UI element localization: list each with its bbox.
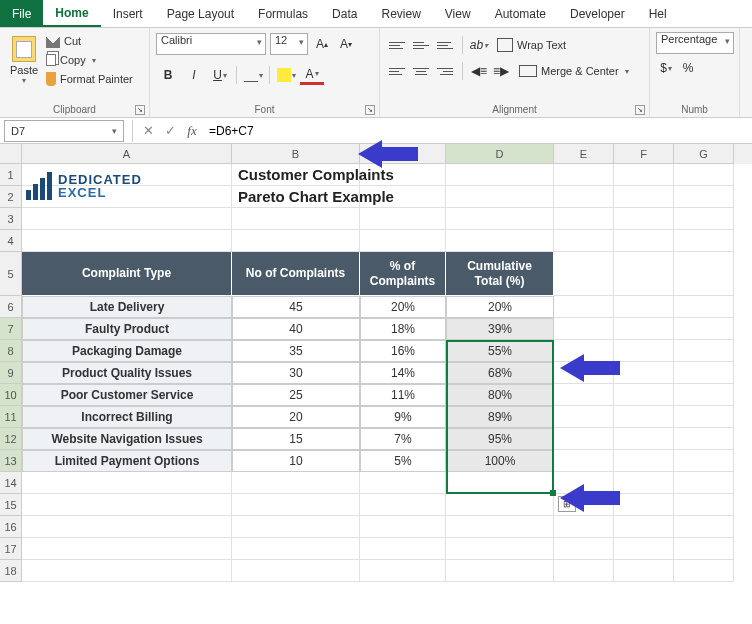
svg-marker-2 [560,484,620,512]
decrease-font-button[interactable]: A▾ [336,34,356,54]
table-row[interactable]: Packaging Damage [22,340,232,362]
brush-icon [46,72,56,86]
font-name-select[interactable]: Calibri [156,33,266,55]
align-middle-button[interactable] [410,34,432,56]
table-row[interactable]: Website Navigation Issues [22,428,232,450]
row-header-7[interactable]: 7 [0,318,22,340]
brand-logo: DEDICATEDEXCEL [26,166,206,206]
row-header-3[interactable]: 3 [0,208,22,230]
ribbon: Paste ▾ Cut Copy▾ Format Painter Clipboa… [0,28,752,118]
row-header-6[interactable]: 6 [0,296,22,318]
font-size-select[interactable]: 12 [270,33,308,55]
row-header-15[interactable]: 15 [0,494,22,516]
callout-arrow-formula [358,134,418,174]
col-header-e[interactable]: E [554,144,614,164]
fill-handle[interactable] [550,490,556,496]
svg-marker-1 [560,354,620,382]
title-2[interactable]: Pareto Chart Example [232,186,360,208]
col-header-g[interactable]: G [674,144,734,164]
tab-insert[interactable]: Insert [101,0,155,27]
border-button[interactable] [241,65,265,85]
bucket-icon [277,68,291,82]
row-header-12[interactable]: 12 [0,428,22,450]
table-header-d[interactable]: Cumulative Total (%) [446,252,554,296]
accounting-format-button[interactable]: $ [656,58,676,78]
tab-developer[interactable]: Developer [558,0,637,27]
scissors-icon [46,34,60,48]
copy-button[interactable]: Copy▾ [46,51,133,69]
cancel-formula-button[interactable]: ✕ [137,120,159,142]
align-top-button[interactable] [386,34,408,56]
group-label-font: Font [150,104,379,115]
tab-formulas[interactable]: Formulas [246,0,320,27]
table-row[interactable]: Poor Customer Service [22,384,232,406]
table-header-a[interactable]: Complaint Type [22,252,232,296]
percent-format-button[interactable]: % [678,58,698,78]
font-launcher[interactable]: ↘ [365,105,375,115]
row-header-9[interactable]: 9 [0,362,22,384]
row-header-1[interactable]: 1 [0,164,22,186]
tab-file[interactable]: File [0,0,43,27]
row-header-17[interactable]: 17 [0,538,22,560]
row-header-2[interactable]: 2 [0,186,22,208]
group-label-number: Numb [650,104,739,115]
svg-marker-0 [358,140,418,168]
align-left-button[interactable] [386,60,408,82]
font-color-button[interactable]: A [300,65,324,85]
wrap-text-button[interactable]: Wrap Text [497,38,566,52]
col-header-b[interactable]: B [232,144,360,164]
row-header-10[interactable]: 10 [0,384,22,406]
formula-input[interactable] [203,120,752,142]
orientation-button[interactable]: ab [469,35,489,55]
table-row[interactable]: Limited Payment Options [22,450,232,472]
tab-page-layout[interactable]: Page Layout [155,0,246,27]
table-row[interactable]: Faulty Product [22,318,232,340]
row-header-11[interactable]: 11 [0,406,22,428]
tab-view[interactable]: View [433,0,483,27]
row-header-8[interactable]: 8 [0,340,22,362]
row-header-18[interactable]: 18 [0,560,22,582]
clipboard-launcher[interactable]: ↘ [135,105,145,115]
select-all-corner[interactable] [0,144,22,164]
align-center-button[interactable] [410,60,432,82]
table-row[interactable]: Product Quality Issues [22,362,232,384]
cut-button[interactable]: Cut [46,32,133,50]
name-box[interactable]: D7▾ [4,120,124,142]
tab-data[interactable]: Data [320,0,369,27]
number-format-select[interactable]: Percentage [656,32,734,54]
row-header-4[interactable]: 4 [0,230,22,252]
table-header-b[interactable]: No of Complaints [232,252,360,296]
align-bottom-button[interactable] [434,34,456,56]
col-header-d[interactable]: D [446,144,554,164]
col-header-a[interactable]: A [22,144,232,164]
tab-home[interactable]: Home [43,0,100,27]
insert-function-button[interactable]: fx [181,120,203,142]
merge-center-button[interactable]: Merge & Center▾ [519,65,629,77]
paste-button[interactable]: Paste ▾ [6,32,42,88]
fill-color-button[interactable] [274,65,298,85]
format-painter-button[interactable]: Format Painter [46,70,133,88]
row-header-14[interactable]: 14 [0,472,22,494]
italic-button[interactable]: I [182,65,206,85]
group-clipboard: Paste ▾ Cut Copy▾ Format Painter Clipboa… [0,28,150,117]
table-header-c[interactable]: % of Complaints [360,252,446,296]
align-right-button[interactable] [434,60,456,82]
row-header-16[interactable]: 16 [0,516,22,538]
increase-font-button[interactable]: A▴ [312,34,332,54]
bold-button[interactable]: B [156,65,180,85]
tab-automate[interactable]: Automate [483,0,558,27]
row-header-5[interactable]: 5 [0,252,22,296]
border-icon [244,68,258,82]
decrease-indent-button[interactable]: ◀≡ [469,61,489,81]
tab-help[interactable]: Hel [637,0,679,27]
tab-review[interactable]: Review [369,0,432,27]
alignment-launcher[interactable]: ↘ [635,105,645,115]
title-1[interactable]: Customer Complaints [232,164,360,186]
col-header-f[interactable]: F [614,144,674,164]
underline-button[interactable]: U [208,65,232,85]
increase-indent-button[interactable]: ≡▶ [491,61,511,81]
enter-formula-button[interactable]: ✓ [159,120,181,142]
table-row[interactable]: Late Delivery [22,296,232,318]
table-row[interactable]: Incorrect Billing [22,406,232,428]
row-header-13[interactable]: 13 [0,450,22,472]
